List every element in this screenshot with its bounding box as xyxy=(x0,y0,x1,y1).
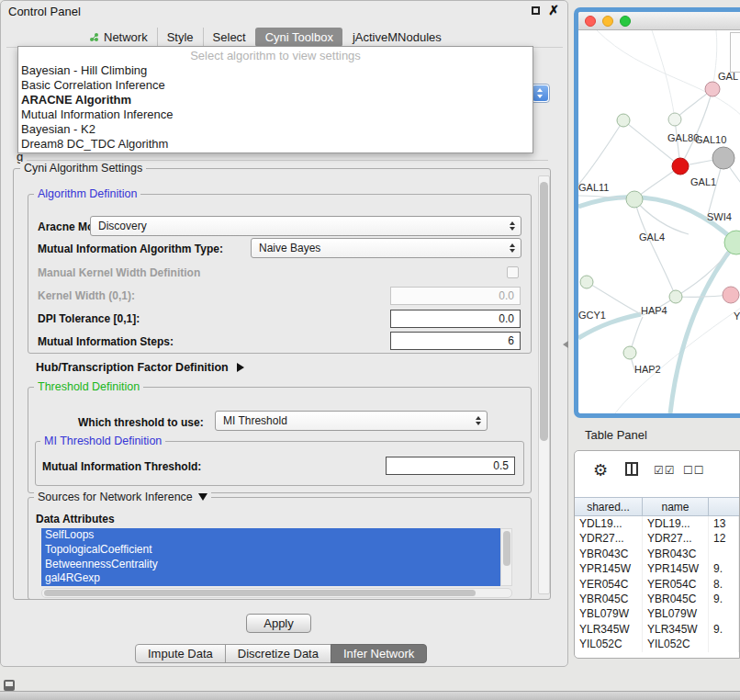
close-window-button[interactable] xyxy=(585,16,596,27)
table-row[interactable]: YBL079WYBL079W xyxy=(575,606,739,621)
apply-button[interactable]: Apply xyxy=(246,614,311,633)
table-row[interactable]: YBR045CYBR045C9. xyxy=(575,592,739,606)
combobox-arrows-icon xyxy=(533,85,548,101)
table-row[interactable]: YDL19...YDL19...13 xyxy=(575,516,739,531)
node-green[interactable] xyxy=(617,114,630,127)
aracne-mode-select[interactable]: Discovery xyxy=(90,216,521,236)
table-row[interactable]: YLR345WYLR345W9. xyxy=(575,622,739,637)
node-green[interactable] xyxy=(580,276,593,288)
node-red-gal10[interactable] xyxy=(672,158,689,175)
algorithm-dropdown-list: Select algorithm to view settings Bayesi… xyxy=(17,46,533,153)
node-label: HAP2 xyxy=(634,364,661,375)
node-gray[interactable] xyxy=(712,147,734,169)
table-row[interactable]: YIL052CYIL052C xyxy=(575,637,739,651)
node-pink-top[interactable] xyxy=(705,82,720,96)
kernel-width-field[interactable]: 0.0 xyxy=(390,287,521,305)
mi-type-select[interactable]: Naive Bayes xyxy=(251,238,521,258)
manual-kernel-label: Manual Kernel Width Definition xyxy=(38,266,200,279)
node-label: GAL10 xyxy=(695,134,726,145)
combobox-arrows-icon xyxy=(476,416,481,425)
algorithm-option-selected[interactable]: ARACNE Algorithm xyxy=(18,93,533,107)
scrollbar-thumb[interactable] xyxy=(44,590,476,596)
node-label: GCY1 xyxy=(578,310,606,321)
mi-threshold-title: MI Threshold Definition xyxy=(40,435,165,447)
algorithm-option[interactable]: Basic Correlation Inference xyxy=(18,78,533,93)
deselect-all-checkboxes-icon[interactable]: ☐☐ xyxy=(683,464,705,477)
select-all-checkboxes-icon[interactable]: ☑☑ xyxy=(654,464,676,477)
table-toolbar: ⚙ ☑☑ ☐☐ xyxy=(575,451,739,497)
dropdown-prompt: Select algorithm to view settings xyxy=(18,49,533,63)
tab-jactivemodules[interactable]: jActiveMNodules xyxy=(342,28,451,47)
which-threshold-select[interactable]: MI Threshold xyxy=(215,411,488,431)
node-green[interactable] xyxy=(669,290,682,303)
mi-threshold-field[interactable]: 0.5 xyxy=(386,457,515,475)
close-icon[interactable]: ✗ xyxy=(548,5,559,16)
minimized-panel-icon[interactable] xyxy=(4,680,15,691)
splitter-collapse-arrow[interactable] xyxy=(563,341,568,348)
network-scrollbar[interactable] xyxy=(730,32,740,73)
hub-section-header[interactable]: Hub/Transcription Factor Definition xyxy=(36,361,244,374)
table-row[interactable]: YDR27...YDR27...12 xyxy=(575,531,739,546)
collapse-arrow-icon[interactable] xyxy=(198,493,207,501)
list-item[interactable]: SelfLoops xyxy=(41,528,500,543)
algorithm-option[interactable]: Dream8 DC_TDC Algorithm xyxy=(18,137,533,152)
tab-impute-data[interactable]: Impute Data xyxy=(135,644,226,663)
table-header: shared... name xyxy=(575,497,739,516)
list-item[interactable]: TopologicalCoefficient xyxy=(41,543,500,558)
column-header-shared-name[interactable]: shared... xyxy=(575,498,643,515)
settings-scrollbar[interactable] xyxy=(538,175,550,594)
zoom-window-button[interactable] xyxy=(620,16,631,27)
network-view-window: GAL GAL80 GAL10 GAL11 GAL1 SWI4 GAL4 GCY… xyxy=(574,7,740,418)
node-label: HAP4 xyxy=(641,305,667,316)
manual-kernel-checkbox[interactable] xyxy=(507,266,519,278)
gear-icon[interactable]: ⚙ xyxy=(593,460,608,480)
node-green-gal11[interactable] xyxy=(626,191,643,208)
tab-cyni-toolbox[interactable]: Cyni Toolbox xyxy=(255,28,342,47)
which-threshold-label: Which threshold to use: xyxy=(78,416,204,429)
mi-steps-field[interactable]: 6 xyxy=(390,332,521,350)
algorithm-option[interactable]: Bayesian - K2 xyxy=(18,122,533,137)
node-label: Y xyxy=(734,310,740,322)
attributes-vertical-scrollbar[interactable] xyxy=(500,528,512,586)
node-label: GAL1 xyxy=(690,176,716,187)
table-body: YDL19...YDL19...13 YDR27...YDR27...12 YB… xyxy=(575,516,739,652)
expand-arrow-icon[interactable] xyxy=(237,363,244,372)
node-pink[interactable] xyxy=(723,287,739,303)
sources-header[interactable]: Sources for Network Inference xyxy=(34,491,211,503)
scrollbar-thumb[interactable] xyxy=(503,531,510,566)
scrollbar-thumb[interactable] xyxy=(540,182,548,441)
attributes-horizontal-scrollbar[interactable] xyxy=(41,588,512,598)
tab-discretize-data[interactable]: Discretize Data xyxy=(225,644,331,663)
column-header-name[interactable]: name xyxy=(643,498,709,515)
column-header-partial[interactable] xyxy=(709,498,739,515)
dpi-tolerance-field[interactable]: 0.0 xyxy=(390,310,521,328)
algorithm-option[interactable]: Bayesian - Hill Climbing xyxy=(18,63,533,78)
tab-infer-network[interactable]: Infer Network xyxy=(331,644,427,663)
network-window-titlebar xyxy=(578,12,740,30)
minimize-window-button[interactable] xyxy=(602,16,613,27)
threshold-title: Threshold Definition xyxy=(34,380,143,393)
node-label: GAL11 xyxy=(578,182,609,193)
float-window-icon[interactable] xyxy=(532,6,540,15)
network-icon xyxy=(89,32,99,42)
table-row[interactable]: YBR043CYBR043C xyxy=(575,547,739,561)
tab-label: Network xyxy=(104,30,148,44)
table-row[interactable]: YER054CYER054C8. xyxy=(575,577,739,592)
node-green[interactable] xyxy=(623,346,636,359)
algorithm-option[interactable]: Mutual Information Inference xyxy=(18,107,533,122)
combobox-arrows-icon xyxy=(510,221,515,231)
tab-select[interactable]: Select xyxy=(203,28,255,47)
mi-steps-label: Mutual Information Steps: xyxy=(38,335,174,348)
list-item[interactable]: gal4RGexp xyxy=(41,571,500,586)
tab-style[interactable]: Style xyxy=(157,28,203,47)
list-item[interactable]: BetweennessCentrality xyxy=(41,558,500,572)
network-canvas[interactable]: GAL GAL80 GAL10 GAL11 GAL1 SWI4 GAL4 GCY… xyxy=(578,30,740,395)
algorithm-definition-title: Algorithm Definition xyxy=(34,187,140,200)
kernel-width-label: Kernel Width (0,1): xyxy=(38,289,135,302)
tab-network[interactable]: Network xyxy=(80,28,157,47)
table-row[interactable]: YPR145WYPR145W9. xyxy=(575,561,739,576)
columns-icon[interactable] xyxy=(625,462,638,476)
node-label: SWI4 xyxy=(707,211,732,222)
mi-type-label: Mutual Information Algorithm Type: xyxy=(38,243,223,255)
node-pale[interactable] xyxy=(668,113,681,126)
